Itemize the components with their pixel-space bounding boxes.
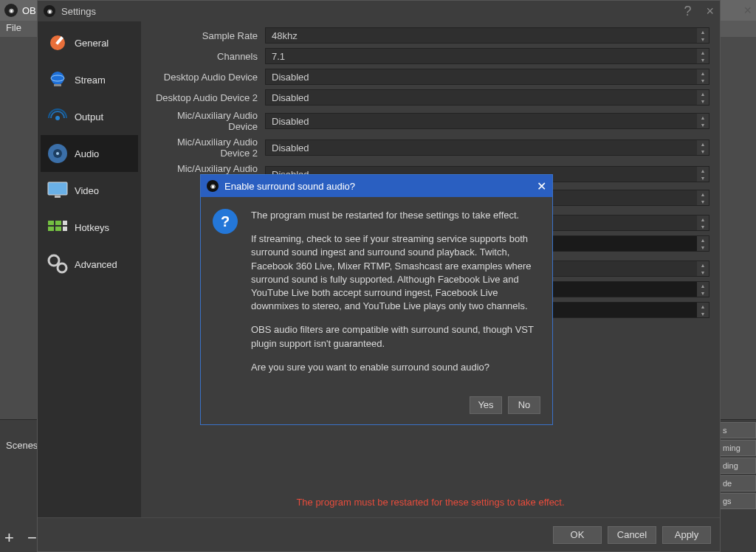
ok-button[interactable]: OK (553, 526, 602, 544)
dialog-titlebar: ◉ Enable surround sound audio? ✕ (201, 175, 552, 197)
scenes-label: Scenes (6, 440, 38, 451)
nav-video[interactable]: Video (41, 172, 138, 209)
svg-point-2 (51, 72, 64, 85)
side-tab-3[interactable]: de (719, 475, 756, 491)
close-icon[interactable]: × (706, 4, 714, 19)
channels-value: 7.1 (272, 51, 285, 62)
dialog-p2: If streaming, check to see if your strea… (251, 232, 537, 313)
side-tab-0[interactable]: s (719, 422, 756, 438)
stepper-icon[interactable]: ▲▼ (697, 261, 709, 276)
settings-obs-icon: ◉ (44, 5, 55, 17)
stepper-icon[interactable]: ▲▼ (697, 114, 709, 128)
side-tab-2[interactable]: ding (719, 458, 756, 474)
stepper-icon[interactable]: ▲▼ (697, 90, 709, 105)
sample-rate-label: Sample Rate (147, 30, 265, 41)
help-icon[interactable]: ? (684, 4, 691, 19)
desktop-audio-2-value: Disabled (272, 92, 309, 103)
settings-title: Settings (61, 6, 96, 17)
main-close-icon[interactable]: × (743, 3, 752, 18)
svg-point-8 (56, 152, 59, 155)
dialog-obs-icon: ◉ (207, 180, 219, 192)
dialog-p4: Are you sure you want to enable surround… (251, 361, 537, 374)
stepper-icon[interactable]: ▲▼ (697, 190, 709, 205)
svg-rect-10 (55, 196, 61, 198)
micaux-2-value: Disabled (272, 142, 309, 153)
svg-point-5 (55, 116, 60, 120)
file-menu[interactable]: File (6, 22, 21, 33)
dialog-body: The program must be restarted for these … (251, 209, 537, 384)
nav-hotkeys[interactable]: Hotkeys (41, 209, 138, 246)
main-title-short: OB (22, 5, 36, 16)
nav-output[interactable]: Output (41, 98, 138, 135)
no-button[interactable]: No (508, 396, 540, 414)
apply-button[interactable]: Apply (662, 526, 711, 544)
dialog-p1: The program must be restarted for these … (251, 209, 537, 222)
nav-audio[interactable]: Audio (41, 135, 138, 172)
settings-nav: General Stream Output Audio Video Hotkey… (38, 21, 141, 517)
settings-titlebar: ◉ Settings ? × (38, 1, 720, 21)
globe-icon (47, 69, 69, 91)
stepper-icon[interactable]: ▲▼ (697, 303, 709, 317)
gears-icon (47, 253, 69, 275)
stepper-icon[interactable]: ▲▼ (697, 282, 709, 297)
channels-label: Channels (147, 51, 265, 62)
svg-rect-9 (48, 182, 67, 195)
nav-label: Audio (75, 148, 99, 159)
monitor-icon (47, 179, 69, 201)
nav-label: Video (75, 185, 99, 196)
micaux-label: Mic/Auxiliary Audio Device (147, 110, 265, 132)
micaux-dropdown[interactable]: Disabled▲▼ (265, 113, 709, 129)
svg-rect-15 (63, 221, 67, 225)
svg-rect-13 (48, 227, 54, 231)
svg-rect-4 (54, 84, 61, 86)
nav-label: Advanced (75, 259, 117, 270)
svg-rect-11 (48, 221, 54, 225)
nav-advanced[interactable]: Advanced (41, 246, 138, 283)
surround-dialog: ◉ Enable surround sound audio? ✕ ? The p… (200, 174, 553, 425)
sample-rate-dropdown[interactable]: 48khz▲▼ (265, 27, 709, 44)
side-tab-4[interactable]: gs (719, 493, 756, 509)
desktop-audio-2-dropdown[interactable]: Disabled▲▼ (265, 89, 709, 106)
broadcast-icon (47, 106, 69, 128)
question-icon: ? (213, 209, 238, 234)
speaker-icon (47, 142, 69, 165)
obs-logo-icon: ◉ (4, 4, 18, 17)
desktop-audio-2-label: Desktop Audio Device 2 (147, 92, 265, 103)
stepper-icon[interactable]: ▲▼ (697, 140, 709, 155)
side-tab-1[interactable]: ming (719, 440, 756, 456)
nav-label: General (75, 38, 109, 49)
scenes-add-remove[interactable]: + − (4, 528, 41, 548)
nav-stream[interactable]: Stream (41, 61, 138, 98)
keyboard-icon (47, 216, 69, 238)
nav-general[interactable]: General (41, 24, 138, 61)
desktop-audio-label: Desktop Audio Device (147, 72, 265, 83)
micaux-2-label: Mic/Auxiliary Audio Device 2 (147, 137, 265, 159)
nav-label: Stream (75, 75, 106, 86)
settings-footer: OK Cancel Apply (38, 517, 720, 551)
nav-label: Output (75, 111, 103, 123)
svg-point-17 (49, 255, 59, 266)
wrench-icon (47, 32, 69, 54)
yes-button[interactable]: Yes (470, 396, 502, 414)
stepper-icon[interactable]: ▲▼ (697, 167, 709, 182)
dialog-close-icon[interactable]: ✕ (537, 179, 546, 193)
stepper-icon[interactable]: ▲▼ (697, 236, 709, 251)
desktop-audio-dropdown[interactable]: Disabled▲▼ (265, 69, 709, 85)
desktop-audio-value: Disabled (272, 72, 309, 83)
dialog-p3: OBS audio filters are compatible with su… (251, 323, 537, 350)
restart-warning: The program must be restarted for these … (141, 497, 720, 508)
cancel-button[interactable]: Cancel (608, 526, 656, 544)
svg-rect-16 (63, 227, 67, 231)
svg-rect-12 (55, 221, 61, 225)
stepper-icon[interactable]: ▲▼ (697, 69, 709, 84)
svg-rect-14 (55, 227, 61, 231)
micaux-2-dropdown[interactable]: Disabled▲▼ (265, 139, 709, 156)
micaux-value: Disabled (272, 116, 309, 127)
channels-dropdown[interactable]: 7.1▲▼ (265, 48, 709, 64)
nav-label: Hotkeys (75, 222, 109, 233)
svg-point-18 (58, 263, 66, 272)
dialog-title: Enable surround sound audio? (224, 181, 355, 192)
stepper-icon[interactable]: ▲▼ (697, 28, 709, 43)
stepper-icon[interactable]: ▲▼ (697, 215, 709, 230)
stepper-icon[interactable]: ▲▼ (697, 49, 709, 63)
